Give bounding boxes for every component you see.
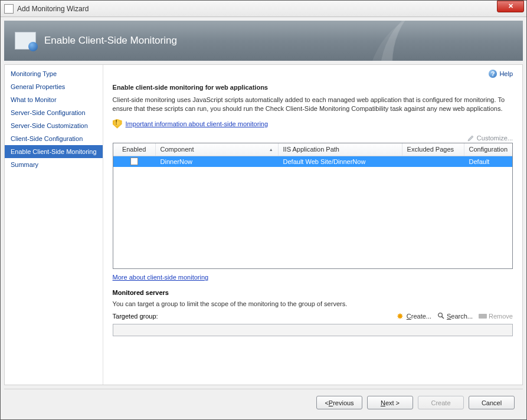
svg-line-1 [442, 317, 444, 319]
monitored-servers-heading: Monitored servers [113, 289, 513, 296]
wizard-window: Add Monitoring Wizard ✕ Enable Client-Si… [0, 0, 527, 420]
column-excluded-pages[interactable]: Excluded Pages [402, 143, 464, 156]
column-enabled[interactable]: Enabled [113, 143, 156, 156]
app-icon [4, 4, 14, 14]
important-info-link[interactable]: Important information about client-side … [126, 120, 269, 127]
table-row[interactable]: DinnerNow Default Web Site/DinnerNow Def… [113, 156, 512, 167]
sidebar-item-client-side-configuration[interactable]: Client-Side Configuration [5, 132, 103, 145]
important-info-row: Important information about client-side … [113, 119, 513, 129]
banner-title: Enable Client-Side Monitoring [44, 35, 177, 47]
section-heading: Enable client-side monitoring for web ap… [113, 84, 513, 91]
create-button: Create [418, 396, 464, 409]
sidebar-item-what-to-monitor[interactable]: What to Monitor [5, 93, 103, 106]
targeted-group-row: Targeted group: ✸ Create... Search... [113, 312, 513, 320]
help-link[interactable]: ? Help [489, 70, 513, 78]
create-label-tail: reate... [411, 313, 431, 320]
banner: Enable Client-Side Monitoring [4, 21, 523, 61]
applications-table: Enabled Component IIS Application Path E… [113, 143, 513, 269]
column-configuration[interactable]: Configuration [464, 143, 512, 156]
sidebar-item-monitoring-type[interactable]: Monitoring Type [5, 67, 103, 80]
table-header: Enabled Component IIS Application Path E… [113, 143, 512, 156]
remove-icon [479, 314, 487, 319]
customize-button[interactable]: Customize... [477, 134, 513, 142]
titlebar: Add Monitoring Wizard ✕ [1, 1, 526, 17]
column-iis-path[interactable]: IIS Application Path [279, 143, 402, 156]
pencil-icon [467, 134, 474, 142]
help-label: Help [499, 70, 513, 77]
targeted-group-label: Targeted group: [113, 313, 158, 320]
window-title: Add Monitoring Wizard [17, 5, 497, 13]
section-description: Client-side monitoring uses JavaScript s… [113, 96, 513, 113]
sidebar-item-server-side-configuration[interactable]: Server-Side Configuration [5, 106, 103, 119]
more-about-link[interactable]: More about client-side monitoring [113, 274, 209, 281]
main-panel: ? Help Enable client-side monitoring for… [103, 65, 522, 385]
close-button[interactable]: ✕ [497, 1, 524, 12]
star-icon: ✸ [397, 312, 405, 320]
sidebar-item-enable-client-side-monitoring[interactable]: Enable Client-Side Monitoring [5, 145, 103, 158]
previous-button[interactable]: < Previous [316, 396, 362, 409]
cell-enabled [113, 158, 156, 165]
create-group-button[interactable]: ✸ Create... [397, 312, 431, 320]
svg-point-0 [438, 313, 443, 317]
magnifier-icon [437, 312, 445, 320]
column-component[interactable]: Component [156, 143, 279, 156]
enabled-checkbox[interactable] [130, 158, 138, 165]
help-icon: ? [489, 70, 497, 78]
monitored-servers-description: You can target a group to limit the scop… [113, 300, 513, 309]
banner-icon [15, 32, 36, 50]
shield-warning-icon [113, 119, 122, 129]
sidebar-item-server-side-customization[interactable]: Server-Side Customization [5, 119, 103, 132]
sidebar-item-summary[interactable]: Summary [5, 158, 103, 171]
remove-group-button: Remove [479, 313, 513, 320]
cell-iis-path: Default Web Site/DinnerNow [279, 158, 402, 165]
targeted-group-actions: ✸ Create... Search... Remove [397, 312, 513, 320]
wizard-steps-sidebar: Monitoring Type General Properties What … [5, 65, 103, 385]
footer: < Previous Next > Create Cancel [4, 389, 523, 416]
body: Monitoring Type General Properties What … [4, 64, 523, 385]
customize-row: Customize... [113, 134, 513, 142]
next-button[interactable]: Next > [367, 396, 413, 409]
cell-configuration: Default [464, 158, 512, 165]
cancel-button[interactable]: Cancel [469, 396, 515, 409]
sidebar-item-general-properties[interactable]: General Properties [5, 80, 103, 93]
cell-component: DinnerNow [156, 158, 279, 165]
search-group-button[interactable]: Search... [437, 312, 473, 320]
targeted-group-input[interactable] [113, 324, 513, 336]
